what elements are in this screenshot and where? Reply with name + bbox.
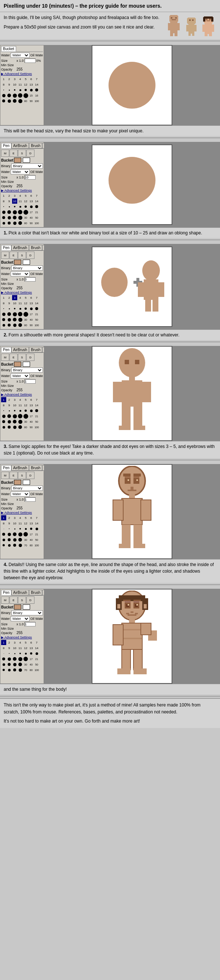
brush-num-3[interactable]: 3 [12,76,17,81]
brush-dot-s7[interactable] [34,88,39,92]
tool-select-1[interactable]: S [18,150,26,157]
brush-num-12[interactable]: 12 [23,82,28,87]
tab-air-1[interactable]: AirBrush [11,143,29,148]
brush-num-2[interactable]: 2 [6,76,12,81]
brush-dot-l2[interactable] [6,99,12,103]
binary-sel-3[interactable]: Binary [11,368,43,372]
brush-dot-s2[interactable] [6,88,12,92]
brush-dot-l3[interactable] [12,99,17,103]
brush-num-5[interactable]: 5 [23,76,28,81]
tool-select-5[interactable]: S [18,597,26,604]
color-swatch-bg-1[interactable] [23,158,30,163]
color-fg-3[interactable] [14,362,21,367]
brush-dot-m4[interactable] [18,93,23,98]
adv-3[interactable]: ▶ Advanced Settings [1,393,43,396]
adv-settings-0[interactable]: ▶ Advanced Settings [1,72,43,76]
tab-air-4[interactable]: AirBrush [11,465,29,471]
size-input-0[interactable] [24,59,35,63]
tab-bucket[interactable]: Bucket [1,46,16,52]
color-bg-5[interactable] [23,605,30,609]
brush-num-90[interactable]: 90 [29,99,34,103]
binary-sel-5[interactable]: Binary [11,610,43,616]
tool-marker-2[interactable]: M [1,251,9,259]
tab-pen-5[interactable]: Pen [1,590,11,595]
color-fg-5[interactable] [14,605,21,609]
brush-num-6[interactable]: 6 [29,76,34,81]
color-fg-4[interactable] [14,480,21,485]
brush-num-80[interactable]: 80 [23,99,28,103]
tool-eraser-5[interactable]: E [10,597,18,604]
brush-num-8[interactable]: 8 [1,82,6,87]
color-fg-2[interactable] [14,259,21,265]
tool-deselect-1[interactable]: D [26,150,34,157]
brush-dot-l4[interactable] [18,99,23,103]
tab-pen-3[interactable]: Pen [1,347,11,353]
tab-br-4[interactable]: Brush [29,465,42,471]
brush-num-15[interactable]: 15 [29,93,34,98]
tab-pen-4[interactable]: Pen [1,465,11,471]
color-bg-2[interactable] [23,259,30,265]
tool-marker-5[interactable]: M [1,597,9,604]
tool-select-4[interactable]: S [18,472,26,479]
adv-4[interactable]: ▶ Advanced Settings [1,511,43,514]
size-input-3[interactable] [24,379,35,383]
binary-sel-2[interactable]: Binary [11,266,43,270]
brush-num-11[interactable]: 11 [18,82,23,87]
brush-num-7[interactable]: 7 [34,76,39,81]
water-sel-4[interactable]: Water [11,492,30,496]
adv-5[interactable]: ▶ Advanced Settings [1,636,43,639]
tool-desel-5[interactable]: D [26,597,34,604]
water-sel-2[interactable]: Water [11,271,30,277]
tool-desel-3[interactable]: D [26,353,34,361]
binary-sel-4[interactable]: Binary [11,485,43,491]
tool-desel-4[interactable]: D [26,472,34,479]
brush-dot-m1[interactable] [1,93,6,98]
water-sel-3[interactable]: Water [11,373,30,379]
tool-select-3[interactable]: S [18,353,26,361]
brush-num-13[interactable]: 13 [29,82,34,87]
tool-marker-4[interactable]: M [1,472,9,479]
tab-br-5[interactable]: Brush [29,590,42,595]
brush-num-1[interactable]: 1 [1,76,6,81]
brush-dot-s4[interactable] [18,88,23,92]
size-input-2[interactable] [24,277,35,282]
tab-br-1[interactable]: Brush [29,143,42,148]
tool-select-2[interactable]: S [18,251,26,259]
brush-dot-s5[interactable] [23,88,28,92]
adv-1[interactable]: ▶ Advanced Settings [1,189,43,192]
size-input-4[interactable] [24,497,35,502]
tab-br-2[interactable]: Brush [29,245,42,250]
brush-dot-s1[interactable] [1,88,6,92]
brush-num-10[interactable]: 10 [12,82,17,87]
tool-eraser-4[interactable]: E [10,472,18,479]
brush-num-9[interactable]: 9 [6,82,12,87]
tool-marker-3[interactable]: M [1,353,9,361]
color-bg-3[interactable] [23,362,30,367]
tab-br-3[interactable]: Brush [29,347,42,353]
color-bg-4[interactable] [23,480,30,485]
brush-num-16[interactable]: 16 [34,93,39,98]
tool-eraser-1[interactable]: E [10,150,18,157]
brush-num-4[interactable]: 4 [18,76,23,81]
tool-eraser-3[interactable]: E [10,353,18,361]
brush-dot-s3[interactable] [12,88,17,92]
tab-air-5[interactable]: AirBrush [11,590,29,595]
water-sel-1[interactable]: Water [11,169,30,174]
tool-eraser-2[interactable]: E [10,251,18,259]
brush-num-100[interactable]: 100 [34,99,39,103]
tool-deselect-2[interactable]: D [26,251,34,259]
tool-marker-1[interactable]: M [1,150,9,157]
tab-pen-1[interactable]: Pen [1,143,11,148]
brush-num-14[interactable]: 14 [34,82,39,87]
brush-dot-l1[interactable] [1,99,6,103]
color-swatch-fg-1[interactable] [14,158,21,163]
size-input-1[interactable] [24,175,35,180]
brush-dot-m5[interactable] [23,93,28,98]
water-sel-5[interactable]: Water [11,616,30,621]
adv-2[interactable]: ▶ Advanced Settings [1,291,43,294]
size-input-5[interactable] [24,622,35,627]
tab-pen-2[interactable]: Pen [1,245,11,250]
mode-select-1[interactable]: Binary [11,164,43,169]
brush-dot-s6[interactable] [29,88,34,92]
water-select-0[interactable]: Water [11,52,30,58]
